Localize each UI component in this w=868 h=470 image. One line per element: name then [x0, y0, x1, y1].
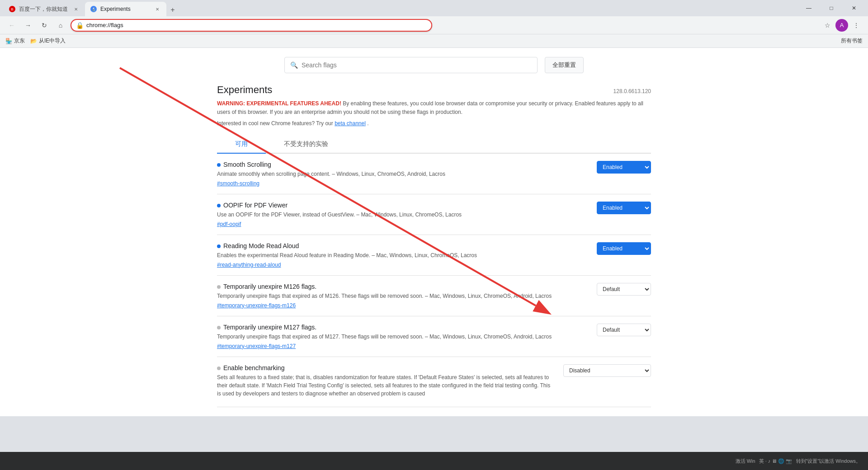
forward-button[interactable]: → — [22, 19, 34, 32]
flag-desc-unexpire-m126: Temporarily unexpire flags that expired … — [217, 292, 588, 300]
beta-text: Interested in cool new Chrome features? … — [217, 119, 651, 128]
flag-desc-oopif-pdf: Use an OOPIF for the PDF Viewer, instead… — [217, 211, 588, 219]
bookmark-jd-icon: 🏪 — [5, 38, 12, 44]
minimize-button[interactable]: — — [798, 1, 819, 15]
flag-dot-unexpire-m126 — [217, 285, 221, 289]
flag-control-benchmarking: DefaultEnabledDisabledDefault feature st… — [563, 364, 651, 377]
search-input-wrap[interactable]: 🔍 — [284, 57, 538, 73]
page-wrapper: 🔍 全部重置 Experiments 128.0.6613.120 WARNIN… — [0, 48, 868, 452]
bookmark-import-label: 从IE中导入 — [39, 37, 66, 45]
taskbar-watermark2: 英 · ♪ 🖥 🌐 📷 — [759, 458, 793, 465]
taskbar-watermark: 激活 Win — [736, 458, 755, 465]
menu-button[interactable]: ⋮ — [850, 19, 863, 32]
tab-experiments[interactable]: 🔬 Experiments ✕ — [85, 2, 166, 16]
flag-info-benchmarking: Enable benchmarking Sets all features to… — [217, 364, 554, 400]
flag-name-oopif-pdf: OOPIF for PDF Viewer — [217, 202, 588, 209]
flag-name-unexpire-m127: Temporarily unexpire M127 flags. — [217, 324, 588, 331]
address-bar-icon: 🔒 — [76, 22, 84, 29]
warning-box: WARNING: EXPERIMENTAL FEATURES AHEAD! By… — [217, 99, 651, 128]
flag-item: OOPIF for PDF Viewer Use an OOPIF for th… — [217, 194, 651, 235]
flag-dot-smooth-scrolling — [217, 163, 221, 167]
flag-select-smooth-scrolling[interactable]: DefaultEnabledDisabled — [597, 161, 651, 174]
search-icon: 🔍 — [290, 61, 298, 69]
url-text: chrome://flags — [86, 22, 427, 28]
flag-select-unexpire-m127[interactable]: DefaultEnabledDisabled — [597, 324, 651, 336]
tab-baidu[interactable]: B 百度一下，你就知道 ✕ — [4, 2, 85, 16]
toolbar: ← → ↻ ⌂ 🔒 chrome://flags ☆ A ⋮ — [0, 16, 868, 34]
search-input[interactable] — [302, 61, 532, 69]
flag-item: Enable benchmarking Sets all features to… — [217, 357, 651, 407]
tab-favicon-experiments: 🔬 — [90, 6, 97, 12]
flag-link-smooth-scrolling[interactable]: #smooth-scrolling — [217, 180, 259, 187]
flag-name-benchmarking: Enable benchmarking — [217, 364, 554, 371]
flag-item: Temporarily unexpire M126 flags. Tempora… — [217, 276, 651, 316]
window-controls: — □ ✕ — [798, 1, 864, 15]
flag-dot-oopif-pdf — [217, 204, 221, 207]
flag-link-oopif-pdf[interactable]: #pdf-oopif — [217, 221, 241, 227]
flag-control-oopif-pdf: DefaultEnabledDisabled — [597, 202, 651, 214]
flag-dot-benchmarking — [217, 367, 221, 370]
title-bar: B 百度一下，你就知道 ✕ 🔬 Experiments ✕ + — □ ✕ — [0, 0, 868, 16]
bookmark-jd-label: 京东 — [14, 37, 25, 45]
flag-name-smooth-scrolling: Smooth Scrolling — [217, 161, 588, 168]
flag-list: Smooth Scrolling Animate smoothly when s… — [217, 154, 651, 407]
tab-close-baidu[interactable]: ✕ — [72, 5, 80, 13]
flag-control-unexpire-m127: DefaultEnabledDisabled — [597, 324, 651, 336]
version-label: 128.0.6613.120 — [613, 88, 651, 94]
profile-button[interactable]: A — [835, 19, 848, 32]
new-tab-button[interactable]: + — [166, 4, 179, 16]
page-content[interactable]: 🔍 全部重置 Experiments 128.0.6613.120 WARNIN… — [0, 48, 868, 416]
flag-select-unexpire-m126[interactable]: DefaultEnabledDisabled — [597, 283, 651, 296]
tab-strip: B 百度一下，你就知道 ✕ 🔬 Experiments ✕ + — [4, 0, 793, 16]
tabs-row: 可用 不受支持的实验 — [217, 136, 651, 154]
flag-info-unexpire-m127: Temporarily unexpire M127 flags. Tempora… — [217, 324, 588, 349]
warning-text: WARNING: EXPERIMENTAL FEATURES AHEAD! By… — [217, 99, 651, 117]
flag-link-unexpire-m127[interactable]: #temporary-unexpire-flags-m127 — [217, 343, 296, 349]
flag-name-unexpire-m126: Temporarily unexpire M126 flags. — [217, 283, 588, 290]
home-button[interactable]: ⌂ — [54, 19, 67, 32]
flag-control-unexpire-m126: DefaultEnabledDisabled — [597, 283, 651, 296]
flag-desc-reading-mode: Enables the experimental Read Aloud feat… — [217, 251, 588, 259]
star-button[interactable]: ☆ — [821, 19, 834, 32]
bookmark-import-icon: 📂 — [30, 38, 37, 44]
flag-info-unexpire-m126: Temporarily unexpire M126 flags. Tempora… — [217, 283, 588, 309]
toolbar-right: ☆ A ⋮ — [821, 19, 863, 32]
maximize-button[interactable]: □ — [821, 1, 842, 15]
flag-select-benchmarking[interactable]: DefaultEnabledDisabledDefault feature st… — [563, 364, 651, 377]
flag-select-reading-mode[interactable]: DefaultEnabledDisabled — [597, 242, 651, 255]
flag-item: Temporarily unexpire M127 flags. Tempora… — [217, 316, 651, 357]
flag-dot-unexpire-m127 — [217, 326, 221, 329]
warning-bold: WARNING: EXPERIMENTAL FEATURES AHEAD! — [217, 100, 341, 107]
bookmark-import[interactable]: 📂 从IE中导入 — [30, 37, 66, 45]
flag-select-oopif-pdf[interactable]: DefaultEnabledDisabled — [597, 202, 651, 214]
flag-info-oopif-pdf: OOPIF for PDF Viewer Use an OOPIF for th… — [217, 202, 588, 227]
reload-button[interactable]: ↻ — [38, 19, 51, 32]
experiments-header: Experiments 128.0.6613.120 — [217, 84, 651, 96]
taskbar: 激活 Win 英 · ♪ 🖥 🌐 📷 转到"设置"以激活 Windows。 — [0, 452, 868, 470]
browser-frame: B 百度一下，你就知道 ✕ 🔬 Experiments ✕ + — □ ✕ ← … — [0, 0, 868, 470]
flag-desc-smooth-scrolling: Animate smoothly when scrolling page con… — [217, 170, 588, 178]
flag-desc-unexpire-m127: Temporarily unexpire flags that expired … — [217, 333, 588, 341]
taskbar-activate: 转到"设置"以激活 Windows。 — [796, 458, 861, 465]
tab-label-baidu: 百度一下，你就知道 — [19, 5, 68, 13]
tab-available[interactable]: 可用 — [217, 136, 266, 154]
address-bar[interactable]: 🔒 chrome://flags — [71, 19, 432, 32]
tab-unavailable[interactable]: 不受支持的实验 — [266, 136, 346, 153]
flag-dot-reading-mode — [217, 244, 221, 248]
back-button[interactable]: ← — [5, 19, 18, 32]
bookmarks-bar: 🏪 京东 📂 从IE中导入 所有书签 — [0, 34, 868, 48]
close-button[interactable]: ✕ — [844, 1, 864, 15]
flag-item: Reading Mode Read Aloud Enables the expe… — [217, 235, 651, 276]
beta-channel-link[interactable]: beta channel — [335, 120, 366, 127]
flag-info-reading-mode: Reading Mode Read Aloud Enables the expe… — [217, 242, 588, 268]
tab-close-experiments[interactable]: ✕ — [154, 5, 161, 13]
flag-name-reading-mode: Reading Mode Read Aloud — [217, 242, 588, 249]
bookmark-jd[interactable]: 🏪 京东 — [5, 37, 25, 45]
flag-link-unexpire-m126[interactable]: #temporary-unexpire-flags-m126 — [217, 302, 296, 309]
search-bar-row: 🔍 全部重置 — [217, 57, 651, 73]
reset-button[interactable]: 全部重置 — [545, 57, 584, 73]
flag-link-reading-mode[interactable]: #read-anything-read-aloud — [217, 262, 281, 268]
tab-label-experiments: Experiments — [100, 6, 131, 12]
flag-control-reading-mode: DefaultEnabledDisabled — [597, 242, 651, 255]
all-bookmarks[interactable]: 所有书签 — [841, 37, 863, 45]
